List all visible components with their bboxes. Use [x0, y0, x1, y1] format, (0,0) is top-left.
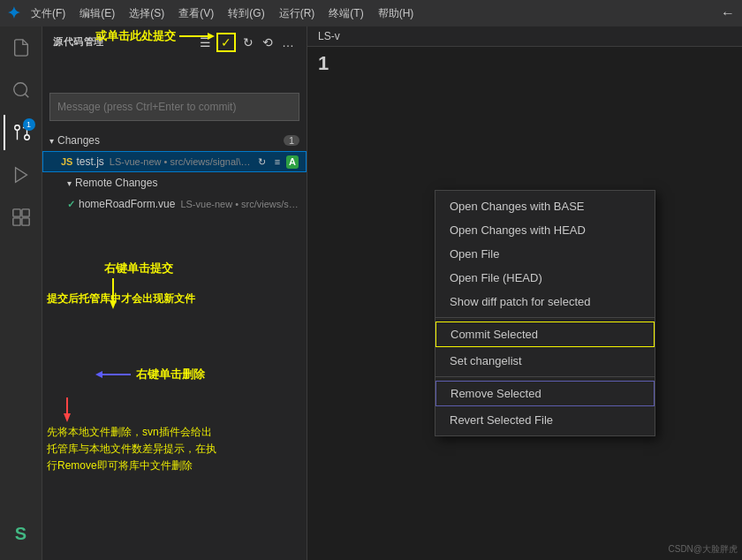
svg-rect-9 [21, 218, 28, 225]
remote-chevron-icon: ▾ [67, 178, 72, 188]
undo-icon[interactable]: ↻ [241, 34, 255, 51]
annotation-delete-desc: 先将本地文件删除，svn插件会给出 托管库与本地文件数差异提示，在执 行Remo… [47, 424, 216, 475]
file-added-icon: A [286, 155, 299, 169]
context-open-head[interactable]: Open Changes with HEAD [435, 218, 655, 242]
annotation-right-click-commit: 右键单击提交 [104, 261, 173, 276]
menu-run[interactable]: 运行(R) [279, 6, 315, 21]
right-panel-header: LS-v [307, 26, 742, 47]
main-layout: 1 S 源代码管理 [0, 26, 742, 560]
js-file-icon: JS [61, 156, 72, 167]
chevron-down-icon: ▾ [49, 136, 54, 146]
context-set-changelist[interactable]: Set changelist [435, 349, 655, 373]
activity-bar: 1 S [0, 26, 42, 560]
context-open-base[interactable]: Open Changes with BASE [435, 194, 655, 218]
context-commit-selected[interactable]: Commit Selected [435, 322, 655, 347]
menu-edit[interactable]: 编辑(E) [80, 6, 115, 21]
changes-section: ▾ Changes 1 JS test.js LS-vue-new • src/… [42, 128, 307, 216]
menu-select[interactable]: 选择(S) [129, 6, 164, 21]
watermark: CSDN@大脸胖虎 [669, 543, 738, 556]
svg-rect-7 [21, 209, 28, 216]
activity-explorer[interactable] [4, 30, 39, 65]
svg-marker-15 [95, 371, 102, 378]
arrow-down-commit-icon [104, 278, 157, 314]
svg-marker-17 [64, 413, 71, 422]
svg-marker-13 [110, 300, 117, 309]
context-divider-2 [435, 376, 655, 377]
changes-count: 1 [284, 135, 299, 146]
file-path-homeroadform: LS-vue-new • src/views/signal\ [180, 199, 299, 209]
file-item-testjs[interactable]: JS test.js LS-vue-new • src/views/signal… [42, 151, 307, 172]
file-actions-testjs: ↻ ≡ A [255, 155, 299, 169]
context-open-file[interactable]: Open File [435, 242, 655, 266]
context-revert-file[interactable]: Revert Selected File [435, 408, 655, 432]
activity-extensions[interactable] [4, 200, 39, 235]
context-divider-1 [435, 317, 655, 318]
file-path-testjs: LS-vue-new • src/views/signal\laneContro… [110, 156, 251, 167]
sidebar-actions: ☰ ✓ ↻ ⟲ … [200, 33, 296, 52]
arrow-down-red-icon [60, 397, 74, 424]
svg-rect-8 [12, 218, 19, 225]
svg-point-2 [24, 135, 29, 140]
file-stage-icon[interactable]: ≡ [272, 155, 283, 169]
remote-changes-header[interactable]: ▾ Remote Changes [42, 172, 307, 193]
svg-line-1 [25, 94, 28, 97]
vue-file-icon: ✓ [67, 199, 75, 210]
more-icon[interactable]: … [280, 34, 296, 51]
svg-point-3 [14, 125, 19, 131]
menu-terminal[interactable]: 终端(T) [329, 6, 363, 21]
commit-message-input[interactable] [49, 93, 299, 121]
menu-help[interactable]: 帮助(H) [378, 6, 414, 21]
activity-run[interactable] [4, 157, 39, 193]
annotation-right-click-delete: 右键单击删除 [136, 367, 205, 382]
svg-point-0 [13, 83, 26, 96]
context-remove-selected[interactable]: Remove Selected [435, 381, 655, 406]
changes-label: Changes [57, 134, 284, 147]
right-panel-number: 1 [307, 47, 742, 80]
file-name-testjs: test.js [76, 155, 103, 168]
title-bar: ✦ 文件(F) 编辑(E) 选择(S) 查看(V) 转到(G) 运行(R) 终端… [0, 0, 742, 26]
commit-check-icon[interactable]: ✓ [216, 33, 236, 52]
changes-section-header[interactable]: ▾ Changes 1 [42, 130, 307, 151]
back-arrow-icon[interactable]: ← [721, 5, 735, 21]
list-icon[interactable]: ☰ [200, 35, 211, 49]
sidebar-header: 源代码管理 ☰ ✓ ↻ ⟲ … [42, 26, 307, 57]
activity-svn[interactable]: S [4, 516, 39, 551]
svg-rect-6 [12, 209, 19, 216]
sidebar: 源代码管理 ☰ ✓ ↻ ⟲ … 或单击此处提交 [42, 26, 307, 560]
annotation-after-commit: 提交后托管库中才会出现新文件 [47, 292, 195, 305]
file-name-homeroadform: homeRoadForm.vue [79, 198, 175, 210]
svn-icon-letter: S [15, 524, 26, 544]
menu-bar: 文件(F) 编辑(E) 选择(S) 查看(V) 转到(G) 运行(R) 终端(T… [31, 6, 413, 21]
vscode-icon: ✦ [7, 4, 20, 23]
arrow-left-delete-icon [95, 367, 131, 382]
svg-marker-5 [15, 168, 26, 183]
context-show-diff[interactable]: Show diff patch for selected [435, 290, 655, 314]
activity-search[interactable] [4, 72, 39, 108]
refresh-icon[interactable]: ⟲ [261, 34, 275, 51]
remote-changes-label: Remote Changes [75, 177, 299, 189]
menu-view[interactable]: 查看(V) [178, 6, 214, 21]
right-panel-label: LS-v [318, 30, 340, 42]
menu-file[interactable]: 文件(F) [31, 6, 65, 21]
sidebar-title: 源代码管理 [53, 35, 104, 49]
file-item-homeroadform[interactable]: ✓ homeRoadForm.vue LS-vue-new • src/view… [42, 193, 307, 215]
source-control-badge: 1 [23, 118, 35, 131]
context-open-file-head[interactable]: Open File (HEAD) [435, 266, 655, 290]
menu-goto[interactable]: 转到(G) [228, 6, 264, 21]
activity-source-control[interactable]: 1 [4, 115, 39, 150]
file-undo-icon[interactable]: ↻ [255, 155, 269, 169]
context-menu: Open Changes with BASE Open Changes with… [435, 190, 655, 436]
